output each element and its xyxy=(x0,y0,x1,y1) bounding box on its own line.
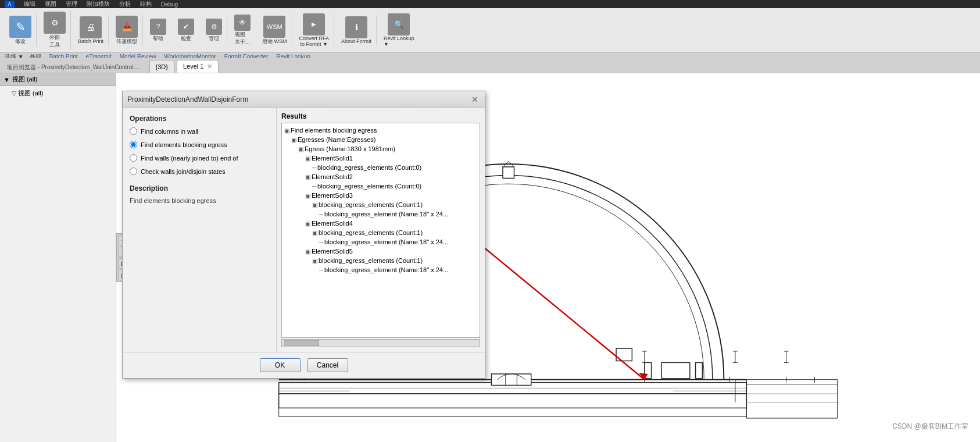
radio-egress-label: Find elements blocking egress xyxy=(141,141,227,148)
ok-button[interactable]: OK xyxy=(260,358,301,372)
result-node-2[interactable]: ▣ Egress (Name:1830 x 1981mm) xyxy=(284,144,477,154)
expand-icon-10: ▣ xyxy=(305,220,310,227)
cancel-button[interactable]: Cancel xyxy=(307,358,348,372)
transmit-model-btn[interactable]: 📤 传递模型 xyxy=(111,15,143,47)
radio-check-walls[interactable] xyxy=(130,167,137,175)
svg-line-34 xyxy=(468,235,644,380)
result-node-11[interactable]: ▣ blocking_egress_elements (Count:1) xyxy=(284,228,477,237)
menu-item-manage[interactable]: 管理 xyxy=(66,0,77,8)
menu-item-addins[interactable]: 附加模块 xyxy=(87,0,110,8)
revit-lookup-btn[interactable]: 🔍 Revit Lookup▼ xyxy=(379,12,419,48)
node-label-13: ElementSolid5 xyxy=(312,248,353,255)
expand-icon-2: ▣ xyxy=(298,146,303,152)
expand-icon-8: ▣ xyxy=(312,202,317,208)
radio-columns-label: Find columns in wall xyxy=(141,128,198,135)
dialog-close-btn[interactable]: ✕ xyxy=(470,94,480,105)
external-tools-btn[interactable]: ⚙ 外部工具 xyxy=(39,10,71,50)
manage-btn[interactable]: ⚙ 管理 xyxy=(201,17,227,44)
drawing-area: + − ⊡ ◫ xyxy=(116,73,980,442)
help-btn[interactable]: ? 帮助 xyxy=(145,17,171,44)
dialog-footer: OK Cancel xyxy=(123,352,485,378)
result-node-6: ─ blocking_egress_elements (Count:0) xyxy=(284,181,477,191)
expand-icon-14: ▣ xyxy=(312,258,317,264)
result-node-13[interactable]: ▣ ElementSolid5 xyxy=(284,247,477,256)
dialog-titlebar[interactable]: ProximityDetectionAndWallDisjoinForm ✕ xyxy=(123,91,485,108)
modify-btn[interactable]: ✎ 修改 xyxy=(5,15,37,47)
svg-rect-14 xyxy=(696,362,703,378)
radio-walls-label: Find walls (nearly joined to) end of xyxy=(141,155,238,162)
panel-expand-icon[interactable]: ▼ xyxy=(3,76,10,83)
convert-rfa-btn[interactable]: ▶ Convert RFAto FormIt ▼ xyxy=(295,12,335,48)
result-node-14[interactable]: ▣ blocking_egress_elements (Count:1) xyxy=(284,256,477,265)
description-title: Description xyxy=(130,184,269,193)
node-label-10: ElementSolid4 xyxy=(312,220,353,227)
node-label-11: blocking_egress_elements (Count:1) xyxy=(319,229,423,236)
menu-item-view[interactable]: 视图 xyxy=(45,0,56,8)
app-menu-btn[interactable]: A xyxy=(5,1,15,8)
radio-item-columns[interactable]: Find columns in wall xyxy=(130,127,269,135)
node-label-6: blocking_egress_elements (Count:0) xyxy=(317,183,421,190)
dialog-left-panel: Operations Find columns in wall Find ele… xyxy=(123,108,277,352)
menu-item-structure[interactable]: 结构 xyxy=(140,0,152,8)
expand-icon-0: ▣ xyxy=(284,127,289,134)
tab-level1[interactable]: Level 1 ✕ xyxy=(177,60,219,73)
result-node-1[interactable]: ▣ Egresses (Name:Egresses) xyxy=(284,135,477,144)
radio-item-walls[interactable]: Find walls (nearly joined to) end of xyxy=(130,154,269,162)
result-node-5[interactable]: ▣ ElementSolid2 xyxy=(284,172,477,181)
svg-rect-37 xyxy=(746,384,837,419)
workspace: ▼ 视图 (all) ▽视图 (all) + − ⊡ ◫ xyxy=(0,73,980,442)
description-section: Description Find elements blocking egres… xyxy=(130,184,269,204)
expand-icon-15: ─ xyxy=(319,267,323,273)
svg-rect-4 xyxy=(279,394,747,408)
panel-header: ▼ 视图 (all) xyxy=(0,73,116,86)
node-label-8: blocking_egress_elements (Count:1) xyxy=(319,201,423,208)
result-node-7[interactable]: ▣ ElementSolid3 xyxy=(284,191,477,200)
expand-icon-7: ▣ xyxy=(305,193,310,199)
radio-item-egress[interactable]: Find elements blocking egress xyxy=(130,141,269,148)
result-node-10[interactable]: ▣ ElementSolid4 xyxy=(284,219,477,228)
node-label-15: blocking_egress_element (Name:18" x 24..… xyxy=(324,266,448,273)
result-node-4: ─ blocking_egress_elements (Count:0) xyxy=(284,163,477,172)
result-node-3[interactable]: ▣ ElementSolid1 xyxy=(284,154,477,163)
batch-print-btn[interactable]: 🖨 Batch Print xyxy=(73,15,109,45)
radio-item-check-walls[interactable]: Check walls join/disjoin states xyxy=(130,167,269,175)
expand-icon-4: ─ xyxy=(312,165,316,171)
expand-icon-9: ─ xyxy=(319,211,323,218)
node-label-4: blocking_egress_elements (Count:0) xyxy=(317,164,421,171)
description-text: Find elements blocking egress xyxy=(130,197,269,204)
dialog-body: Operations Find columns in wall Find ele… xyxy=(123,108,485,352)
expand-icon-11: ▣ xyxy=(312,230,317,236)
wsm-btn[interactable]: WSM 启动 WSM xyxy=(257,15,292,47)
node-label-2: Egress (Name:1830 x 1981mm) xyxy=(305,145,395,152)
radio-group: Find columns in wall Find elements block… xyxy=(130,127,269,175)
check-btn[interactable]: ✔ 检查 xyxy=(173,17,199,44)
expand-icon-5: ▣ xyxy=(305,174,310,180)
expand-icon-6: ─ xyxy=(312,183,316,190)
tree-item-views[interactable]: ▽视图 (all) xyxy=(5,88,111,98)
expand-icon-3: ▣ xyxy=(305,155,310,162)
view-tabs-bar: 项目浏览器 - ProximityDetection_WallJoinContr… xyxy=(0,58,980,73)
menu-item-edit[interactable]: 编辑 xyxy=(24,0,35,8)
menu-item-analysis[interactable]: 分析 xyxy=(119,0,131,8)
expand-icon-12: ─ xyxy=(319,239,323,245)
result-node-8[interactable]: ▣ blocking_egress_elements (Count:1) xyxy=(284,200,477,209)
svg-rect-9 xyxy=(503,167,514,179)
result-node-0[interactable]: ▣ Find elements blocking egress xyxy=(284,126,477,135)
project-browser-header: 项目浏览器 - ProximityDetection_WallJoinContr… xyxy=(2,62,145,73)
expand-icon-13: ▣ xyxy=(305,248,310,255)
tab-close-level1[interactable]: ✕ xyxy=(207,63,212,70)
results-label: Results xyxy=(281,112,480,120)
tab-3d[interactable]: {3D} xyxy=(149,60,174,73)
radio-columns[interactable] xyxy=(130,127,137,135)
svg-rect-13 xyxy=(661,362,690,378)
about-formit-btn[interactable]: ℹ About FormIt xyxy=(337,15,377,45)
toolbar-ribbon: A 编辑 视图 管理 附加模块 分析 结构 Debug ✎ 修改 ⚙ 外部工具 … xyxy=(0,0,980,58)
view-about-btn[interactable]: 👁 视图关于… xyxy=(230,13,255,47)
menu-item-debug[interactable]: Debug xyxy=(161,1,178,8)
node-label-7: ElementSolid3 xyxy=(312,192,353,199)
radio-egress[interactable] xyxy=(130,141,137,148)
results-tree[interactable]: ▣ Find elements blocking egress ▣ Egress… xyxy=(281,123,480,338)
scrollbar-thumb[interactable] xyxy=(284,340,319,346)
radio-walls[interactable] xyxy=(130,154,137,162)
results-scrollbar[interactable] xyxy=(281,339,480,347)
